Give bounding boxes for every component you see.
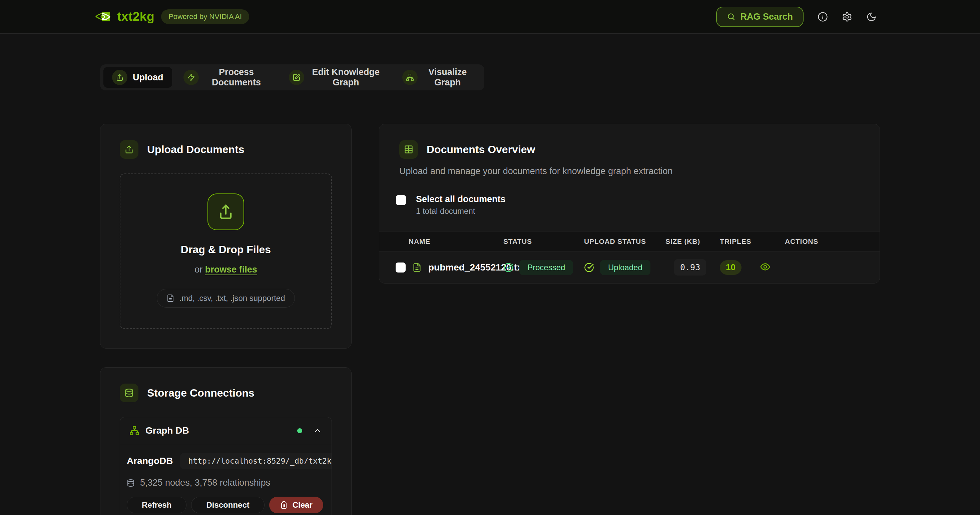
column-name: NAME: [379, 237, 503, 245]
tab-upload-label: Upload: [133, 72, 164, 83]
check-circle-icon: [503, 262, 513, 272]
brand: txt2kg Powered by NVIDIA AI: [95, 10, 249, 24]
refresh-button[interactable]: Refresh: [127, 497, 186, 513]
or-text: or: [194, 264, 205, 275]
tab-visualize-graph-label: Visualize Graph: [423, 67, 473, 88]
upload-documents-card: Upload Documents Drag & Drop Files or br…: [100, 124, 352, 348]
documents-card-subtitle: Upload and manage your documents for kno…: [399, 166, 859, 176]
main-content: Upload Documents Drag & Drop Files or br…: [100, 124, 880, 515]
graph-network-icon: [129, 426, 139, 436]
rag-search-button[interactable]: RAG Search: [716, 7, 803, 27]
clear-button[interactable]: Clear: [269, 497, 323, 513]
view-document-button[interactable]: [760, 262, 770, 272]
documents-card-title: Documents Overview: [426, 143, 535, 156]
nvidia-logo-icon: [95, 11, 110, 22]
supported-formats-pill: .md, .csv, .txt, .json supported: [157, 289, 294, 308]
file-dropzone[interactable]: Drag & Drop Files or browse files .md, .…: [120, 173, 332, 329]
documents-table-header: NAME STATUS UPLOAD STATUS SIZE (KB) TRIP…: [379, 231, 880, 252]
browse-files-link[interactable]: browse files: [205, 264, 257, 275]
dropzone-title: Drag & Drop Files: [181, 243, 271, 256]
row-checkbox[interactable]: [396, 262, 406, 272]
table-icon: [399, 140, 418, 159]
main-tabbar: Upload Process Documents Edit Knowledge …: [100, 64, 484, 91]
eye-icon: [760, 262, 770, 272]
tab-visualize-graph[interactable]: Visualize Graph: [394, 67, 481, 88]
column-upload-status: UPLOAD STATUS: [584, 237, 665, 245]
graph-db-status-dot: [297, 428, 302, 433]
storage-connections-card: Storage Connections Graph DB: [100, 367, 352, 515]
column-size: SIZE (KB): [665, 237, 720, 245]
dropzone-subtext: or browse files: [194, 264, 257, 275]
documents-overview-card: Documents Overview Upload and manage you…: [379, 124, 880, 283]
dropzone-upload-icon: [207, 194, 244, 230]
graph-db-url: http://localhost:8529/_db/txt2kg: [180, 453, 332, 469]
select-all-checkbox[interactable]: [396, 195, 406, 205]
documents-table: NAME STATUS UPLOAD STATUS SIZE (KB) TRIP…: [379, 231, 880, 283]
info-icon: [818, 12, 828, 22]
database-icon: [120, 383, 138, 402]
powered-by-badge: Powered by NVIDIA AI: [161, 10, 249, 24]
theme-toggle-button[interactable]: [866, 12, 877, 22]
search-icon: [727, 12, 735, 21]
graph-db-section-header[interactable]: Graph DB: [120, 417, 332, 444]
check-circle-icon: [584, 262, 594, 272]
column-status: STATUS: [503, 237, 584, 245]
tab-process-documents-label: Process Documents: [204, 67, 269, 88]
triples-count-badge: 10: [720, 260, 741, 275]
column-actions: ACTIONS: [757, 237, 880, 245]
upload-icon: [112, 70, 127, 85]
size-value: 0.93: [674, 259, 706, 275]
graph-db-provider: ArangoDB: [127, 456, 173, 466]
edit-icon: [289, 70, 304, 85]
file-text-icon: [412, 263, 422, 272]
settings-button[interactable]: [842, 12, 852, 22]
chevron-up-icon[interactable]: [313, 426, 322, 435]
status-badge: Processed: [519, 260, 573, 275]
total-documents-label: 1 total document: [416, 207, 506, 216]
column-triples: TRIPLES: [720, 237, 757, 245]
clear-button-label: Clear: [293, 500, 313, 510]
select-all-label: Select all documents: [416, 194, 506, 205]
upload-status-badge: Uploaded: [600, 260, 651, 275]
moon-icon: [866, 12, 877, 22]
tab-process-documents[interactable]: Process Documents: [175, 67, 277, 88]
graph-db-details: ArangoDB http://localhost:8529/_db/txt2k…: [120, 444, 332, 515]
disconnect-button[interactable]: Disconnect: [191, 497, 264, 513]
rag-search-label: RAG Search: [740, 12, 793, 22]
info-button[interactable]: [818, 12, 828, 22]
upload-card-title: Upload Documents: [147, 143, 245, 156]
app-title: txt2kg: [117, 10, 154, 24]
graph-db-label: Graph DB: [145, 425, 189, 436]
tab-edit-knowledge-graph-label: Edit Knowledge Graph: [310, 67, 382, 88]
graph-db-stats: 5,325 nodes, 3,758 relationships: [140, 478, 270, 488]
table-row: pubmed_24552120.txt Processed: [379, 252, 880, 283]
upload-card-icon: [120, 140, 138, 159]
top-header: txt2kg Powered by NVIDIA AI RAG Search: [0, 0, 980, 34]
tab-edit-knowledge-graph[interactable]: Edit Knowledge Graph: [280, 67, 391, 88]
gear-icon: [842, 12, 852, 22]
trash-icon: [280, 501, 288, 509]
storage-card-title: Storage Connections: [147, 387, 255, 399]
zap-icon: [183, 70, 199, 85]
supported-formats-text: .md, .csv, .txt, .json supported: [179, 294, 285, 303]
storage-accordion: Graph DB ArangoDB http://localhost:852: [120, 417, 332, 515]
file-text-icon: [167, 294, 175, 302]
database-small-icon: [127, 479, 135, 487]
network-icon: [402, 70, 418, 85]
tab-upload[interactable]: Upload: [103, 67, 172, 88]
